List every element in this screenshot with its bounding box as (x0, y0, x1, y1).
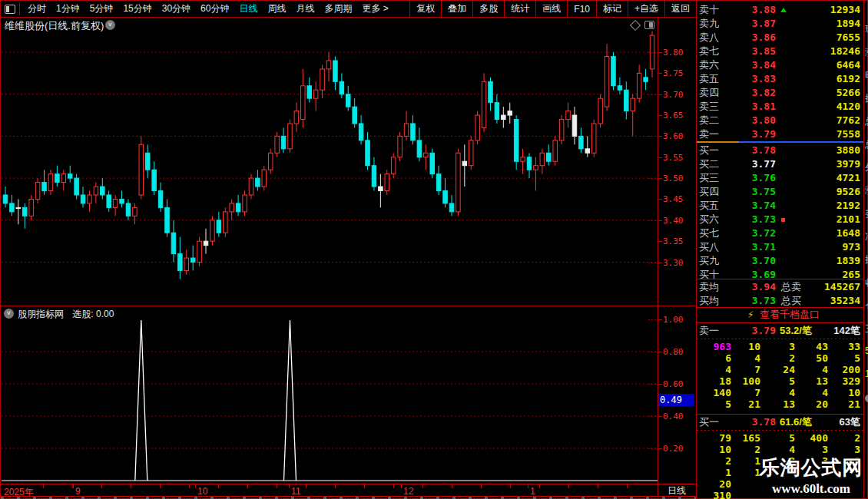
sell-queue-cell: 5 (827, 352, 860, 364)
summary-row-卖均: 卖均3.94总卖145267 (697, 280, 863, 294)
sell-queue-cell: 4 (794, 364, 828, 375)
orderbook-row-买二[interactable]: 买二3.773979 (697, 157, 863, 171)
action-button-复权[interactable]: 复权 (409, 1, 441, 17)
level-price: 3.78 (697, 144, 776, 157)
level-price: 3.76 (697, 171, 776, 185)
price-tick-label: 3.70 (663, 90, 694, 100)
action-button-叠加[interactable]: 叠加 (441, 1, 472, 17)
minor-tick (568, 484, 569, 488)
dotted-divider (697, 339, 863, 339)
orderbook-row-卖十[interactable]: 卖十3.8812934 (697, 3, 863, 17)
price-grid-dots (648, 178, 658, 179)
sell-queue-cell: 200 (827, 364, 860, 375)
sell-queue-cell: 13 (794, 375, 828, 387)
period-tab-分时[interactable]: 分时 (28, 2, 46, 15)
minor-tick (481, 484, 482, 488)
period-tab-月线[interactable]: 月线 (296, 2, 314, 15)
clipped-glyph: 换 (865, 253, 868, 266)
price-grid-dots (648, 263, 658, 263)
price-tick-label: 3.45 (663, 194, 694, 204)
orderbook-row-买七[interactable]: 买七3.721648 (697, 226, 863, 240)
action-button-F10[interactable]: F10 (567, 1, 596, 17)
price-tick-label: 3.30 (663, 258, 694, 268)
separator-right (739, 141, 863, 143)
trade-mark-icon (781, 218, 785, 222)
action-button-标记[interactable]: 标记 (596, 1, 628, 17)
summary-price: 3.73 (697, 294, 776, 308)
level-price: 3.84 (697, 58, 776, 72)
summary-total-value: 35234 (830, 294, 860, 308)
sell-queue-cell: 3 (761, 341, 795, 352)
orderbook-row-卖七[interactable]: 卖七3.8518246 (697, 45, 863, 58)
period-tab-周线[interactable]: 周线 (267, 2, 286, 15)
minor-tick (131, 484, 131, 488)
price-tick (658, 220, 662, 221)
period-tab-1分钟[interactable]: 1分钟 (56, 2, 80, 15)
period-tab-30分钟[interactable]: 30分钟 (162, 2, 190, 15)
kline-chart[interactable] (2, 17, 658, 306)
orderbook-row-买一[interactable]: 买一3.783880 (697, 144, 863, 157)
price-tick (658, 94, 662, 95)
action-button-多股[interactable]: 多股 (472, 1, 504, 17)
indicator-tick (658, 448, 662, 449)
price-tick (658, 52, 662, 53)
level-price: 3.86 (697, 31, 776, 45)
summary-price: 3.94 (697, 280, 776, 294)
orderbook-row-买五[interactable]: 买五3.742192 (697, 199, 863, 213)
orderbook-row-买九[interactable]: 买九3.701839 (697, 254, 863, 268)
period-tab-日线[interactable]: 日线 (239, 2, 257, 15)
summary-row-买均: 买均3.73总买35234 (697, 294, 863, 308)
action-button-统计[interactable]: 统计 (504, 1, 535, 17)
orderbook-row-买八[interactable]: 买八3.71973 (697, 240, 863, 254)
indicator-grid-dots (648, 384, 658, 385)
sell-queue-cell: 4 (794, 387, 828, 398)
month-label-11: 11 (291, 486, 300, 497)
indicator-tick-label: 0.60 (663, 379, 694, 389)
period-tab-15分钟[interactable]: 15分钟 (123, 2, 151, 15)
action-button-返回[interactable]: 返回 (664, 1, 696, 17)
period-indicator[interactable]: 日线 (658, 484, 696, 497)
indicator-tick-label: 0.40 (663, 411, 694, 421)
orderbook-row-卖八[interactable]: 卖八3.867655 (697, 31, 863, 45)
orderbook-row-卖五[interactable]: 卖五3.836192 (697, 72, 863, 86)
sell-queue-cell: 100 (727, 375, 760, 387)
detail-price: 3.78 (697, 415, 776, 429)
orderbook-row-买三[interactable]: 买三3.764721 (697, 171, 863, 185)
orderbook-row-卖四[interactable]: 卖四3.825266 (697, 86, 863, 100)
orderbook-row-卖三[interactable]: 卖三3.814120 (697, 100, 863, 114)
link-row[interactable]: ⚡查看千档盘口 (697, 308, 863, 322)
orderbook-row-卖九[interactable]: 卖九3.871894 (697, 17, 863, 31)
orderbook-row-买四[interactable]: 买四3.759526 (697, 185, 863, 199)
price-tick (658, 241, 662, 242)
period-tabs: 分时1分钟5分钟15分钟30分钟60分钟日线周线月线多周期更多 > (28, 2, 389, 15)
clipped-glyph: 净 (865, 230, 868, 243)
action-button-+自选[interactable]: +自选 (628, 1, 664, 17)
minor-tick (510, 484, 511, 488)
month-tick (73, 484, 74, 488)
sell-queue-cell: 2 (761, 352, 795, 364)
layout-toggle-button[interactable] (2, 2, 20, 15)
period-tab-更多 >[interactable]: 更多 > (362, 2, 388, 15)
period-tab-60分钟[interactable]: 60分钟 (200, 2, 229, 15)
pane-divider (1, 306, 696, 306)
price-grid-dots (648, 136, 658, 137)
time-axis: 2025年 91011121 (1, 484, 696, 497)
month-label-1: 1 (530, 486, 535, 497)
price-tick-label: 3.60 (663, 131, 694, 141)
period-tab-5分钟[interactable]: 5分钟 (90, 2, 114, 15)
orderbook-row-卖一[interactable]: 卖一3.797558 (697, 127, 863, 141)
price-tick-label: 3.80 (663, 48, 694, 58)
sell-queue-cell: 7 (727, 364, 760, 375)
orderbook-row-卖二[interactable]: 卖二3.807762 (697, 114, 863, 127)
minor-tick (247, 484, 248, 488)
period-tab-多周期[interactable]: 多周期 (324, 2, 352, 15)
level-volume: 4120 (837, 100, 860, 114)
detail-per-trade: 61.6/笔 (780, 415, 812, 429)
indicator-chart[interactable] (2, 308, 658, 484)
level-price: 3.72 (697, 226, 776, 240)
action-button-画线[interactable]: 画线 (535, 1, 567, 17)
link-text: 查看千档盘口 (760, 308, 820, 322)
level-price: 3.74 (697, 199, 776, 213)
orderbook-row-卖六[interactable]: 卖六3.846464 (697, 58, 863, 72)
orderbook-row-买六[interactable]: 买六3.732101 (697, 213, 863, 226)
